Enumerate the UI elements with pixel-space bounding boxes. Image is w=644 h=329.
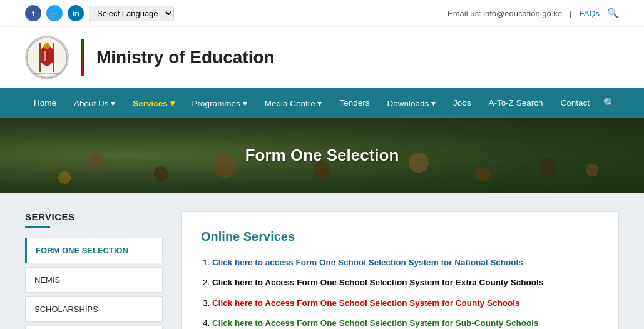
list-item: Click here to access Form One School Sel… bbox=[212, 256, 600, 269]
services-list: Click here to access Form One School Sel… bbox=[201, 256, 600, 329]
svg-rect-3 bbox=[44, 51, 46, 61]
list-item: Click here to Access Form One School Sel… bbox=[212, 276, 600, 289]
site-header: REPUBLIC OF KENYA Ministry of Education bbox=[0, 27, 644, 88]
sidebar: SERVICES FORM ONE SELECTION NEMIS SCHOLA… bbox=[25, 211, 163, 329]
link-county-schools[interactable]: Click here to Access Form One School Sel… bbox=[212, 298, 520, 308]
nav-media[interactable]: Media Centre ▾ bbox=[256, 89, 331, 117]
nav-programmes[interactable]: Programmes ▾ bbox=[183, 89, 256, 117]
nav-search-icon[interactable]: 🔍 bbox=[598, 88, 621, 118]
sidebar-underline bbox=[25, 226, 50, 228]
faq-link[interactable]: FAQs bbox=[579, 9, 600, 18]
content-title: Online Services bbox=[201, 230, 600, 244]
link-subcounty-schools[interactable]: Click here to Access Form One School Sel… bbox=[212, 318, 539, 328]
content-area: Online Services Click here to access For… bbox=[181, 211, 619, 329]
main-content: SERVICES FORM ONE SELECTION NEMIS SCHOLA… bbox=[0, 193, 644, 329]
kenya-crest: REPUBLIC OF KENYA bbox=[25, 36, 69, 79]
top-bar-right: Email us: info@education.go.ke | FAQs 🔍 bbox=[447, 8, 619, 19]
linkedin-icon[interactable]: in bbox=[68, 5, 84, 21]
list-item: Click here to Access Form One School Sel… bbox=[212, 297, 600, 310]
nav-jobs[interactable]: Jobs bbox=[444, 89, 480, 116]
nav-home[interactable]: Home bbox=[25, 89, 65, 116]
twitter-icon[interactable]: 🐦 bbox=[46, 5, 63, 21]
nav-tenders[interactable]: Tenders bbox=[330, 89, 378, 116]
nav-contact[interactable]: Contact bbox=[552, 89, 599, 116]
nav-about[interactable]: About Us ▾ bbox=[65, 89, 124, 117]
sidebar-item-scholarships[interactable]: SCHOLARSHIPS bbox=[25, 296, 163, 322]
sidebar-item-form-one[interactable]: FORM ONE SELECTION bbox=[25, 238, 163, 263]
language-select[interactable]: Select Language bbox=[89, 6, 174, 21]
logo-area: REPUBLIC OF KENYA Ministry of Education bbox=[25, 36, 275, 79]
main-nav: Home About Us ▾ Services ▾ Programmes ▾ … bbox=[0, 88, 644, 118]
logo-divider bbox=[81, 39, 84, 76]
list-item: Click here to Access Form One School Sel… bbox=[212, 317, 600, 329]
link-national-schools[interactable]: Click here to access Form One School Sel… bbox=[212, 258, 523, 267]
sidebar-section-title: SERVICES bbox=[25, 211, 163, 222]
hero-banner: Form One Selection bbox=[0, 118, 644, 193]
search-icon[interactable]: 🔍 bbox=[607, 8, 619, 19]
email-label: Email us: info@education.go.ke bbox=[447, 9, 562, 18]
sidebar-item-nemis[interactable]: NEMIS bbox=[25, 267, 163, 293]
hero-title: Form One Selection bbox=[245, 146, 399, 165]
top-bar: f 🐦 in Select Language Email us: info@ed… bbox=[0, 0, 644, 27]
top-bar-left: f 🐦 in Select Language bbox=[25, 5, 174, 21]
svg-rect-4 bbox=[47, 51, 48, 61]
pipe-divider: | bbox=[570, 9, 571, 18]
svg-point-8 bbox=[45, 43, 49, 46]
nav-services[interactable]: Services ▾ bbox=[124, 89, 183, 117]
nav-atoz[interactable]: A-To-Z Search bbox=[480, 89, 552, 116]
nav-downloads[interactable]: Downloads ▾ bbox=[378, 89, 444, 117]
svg-text:REPUBLIC OF KENYA: REPUBLIC OF KENYA bbox=[31, 72, 63, 75]
link-extra-county[interactable]: Click here to Access Form One School Sel… bbox=[212, 278, 543, 287]
sidebar-item-tvet[interactable]: TVET MIS bbox=[25, 326, 163, 329]
facebook-icon[interactable]: f bbox=[25, 5, 41, 21]
site-title: Ministry of Education bbox=[96, 48, 275, 68]
